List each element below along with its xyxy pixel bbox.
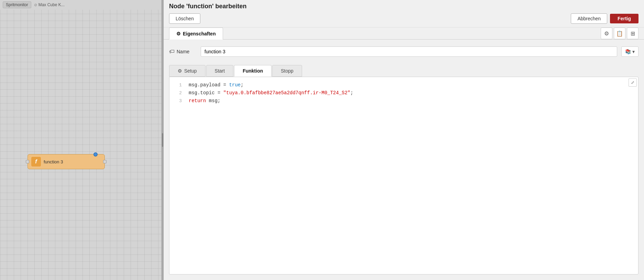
- name-extra-btn[interactable]: 📚 ▾: [621, 46, 639, 57]
- line-num-2: 2: [175, 90, 182, 97]
- name-form-row: 🏷 Name 📚 ▾: [169, 46, 639, 57]
- gear-tab-icon: ⚙: [176, 31, 181, 36]
- main-tabs-row: ⚙ Eigenschaften ⚙ 📋 ⊞: [164, 28, 644, 40]
- code-content: 1 msg.payload = true; 2 msg.topic = "tuy…: [169, 77, 638, 274]
- delete-button[interactable]: Löschen: [169, 13, 200, 24]
- tab-icon-layout[interactable]: ⊞: [627, 28, 639, 39]
- book-icon: 📚: [625, 49, 631, 54]
- code-line-2: 2 msg.topic = "tuya.0.bfafbbe827ae5a2dd7…: [175, 89, 633, 97]
- code-line-3: 3 return msg;: [175, 97, 633, 105]
- line-num-3: 3: [175, 98, 182, 105]
- sub-tab-start[interactable]: Start: [206, 65, 234, 77]
- sub-tab-start-label: Start: [215, 68, 225, 74]
- name-label: 🏷 Name: [169, 49, 197, 55]
- sub-tab-funktion[interactable]: Funktion: [234, 65, 271, 77]
- divider-handle[interactable]: [162, 133, 163, 147]
- sub-tab-stopp[interactable]: Stopp: [272, 65, 302, 77]
- top-bar-item-maxcube[interactable]: ⊘ Max Cube K...: [34, 2, 65, 7]
- tab-eigenschaften-label: Eigenschaften: [183, 31, 216, 36]
- line-num-1: 1: [175, 82, 182, 89]
- tab-icon-gear[interactable]: ⚙: [601, 28, 612, 39]
- dropdown-icon: ▾: [632, 49, 635, 54]
- sub-tabs-row: ⚙ Setup Start Funktion Stopp: [164, 65, 644, 77]
- function-node[interactable]: f function 3: [27, 154, 105, 169]
- panel-divider: [162, 0, 164, 280]
- check-icon: ⊘: [34, 3, 37, 7]
- canvas-top-bar: Spritmonitor ⊘ Max Cube K...: [0, 0, 162, 10]
- code-line-1-text: msg.payload = true;: [189, 81, 244, 89]
- node-label: function 3: [44, 159, 101, 164]
- done-button[interactable]: Fertig: [610, 14, 639, 23]
- tab-icon-doc[interactable]: 📋: [614, 28, 625, 39]
- code-editor[interactable]: ⤢ 1 msg.payload = true; 2 msg.topic = "t…: [169, 77, 639, 274]
- node-status-dot: [93, 152, 98, 157]
- node-port-left[interactable]: [26, 160, 29, 163]
- editor-title: Node 'function' bearbeiten: [169, 3, 639, 10]
- form-area: 🏷 Name 📚 ▾: [164, 40, 644, 65]
- sub-tab-setup-label: Setup: [184, 68, 197, 74]
- code-editor-toolbar: ⤢: [629, 78, 637, 87]
- setup-gear-icon: ⚙: [178, 68, 182, 74]
- node-icon: f: [31, 157, 41, 166]
- code-line-2-text: msg.topic = "tuya.0.bfafbbe827ae5a2dd7qn…: [189, 89, 353, 97]
- sub-tab-setup[interactable]: ⚙ Setup: [169, 65, 206, 77]
- editor-header: Node 'function' bearbeiten Löschen Abbre…: [164, 0, 644, 28]
- node-canvas: Spritmonitor ⊘ Max Cube K... f function …: [0, 0, 162, 280]
- tab-eigenschaften[interactable]: ⚙ Eigenschaften: [169, 28, 223, 40]
- name-input[interactable]: [201, 46, 617, 57]
- tab-icon-group: ⚙ 📋 ⊞: [601, 28, 639, 39]
- sub-tab-funktion-label: Funktion: [243, 68, 263, 74]
- editor-toolbar: Löschen Abbrechen Fertig: [169, 13, 639, 24]
- sub-tab-stopp-label: Stopp: [281, 68, 293, 74]
- tag-icon: 🏷: [169, 49, 175, 55]
- cancel-button[interactable]: Abbrechen: [571, 13, 607, 24]
- code-line-3-text: return msg;: [189, 97, 220, 105]
- top-bar-item-spritmonitor[interactable]: Spritmonitor: [3, 1, 31, 8]
- code-expand-button[interactable]: ⤢: [629, 78, 637, 87]
- editor-panel: Node 'function' bearbeiten Löschen Abbre…: [164, 0, 644, 280]
- code-line-1: 1 msg.payload = true;: [175, 81, 633, 89]
- node-port-right[interactable]: [103, 160, 107, 163]
- name-label-text: Name: [177, 49, 189, 54]
